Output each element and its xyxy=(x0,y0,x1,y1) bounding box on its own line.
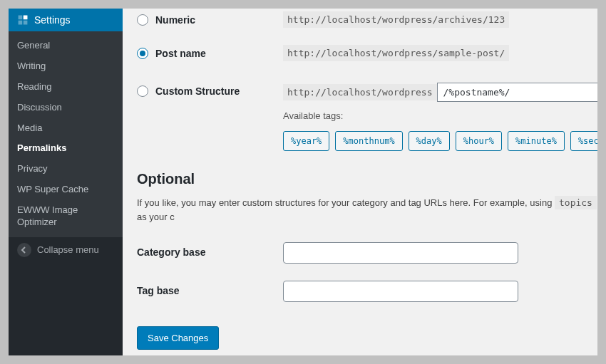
sidebar-item-privacy[interactable]: Privacy xyxy=(9,159,123,180)
settings-icon xyxy=(17,14,29,26)
tag-base-input[interactable] xyxy=(283,281,518,302)
tag-base-label: Tag base xyxy=(137,281,283,296)
permalink-option-postname: Post name http://localhost/wordpress/sam… xyxy=(137,45,597,61)
radio-custom[interactable] xyxy=(137,85,148,97)
tag-year[interactable]: %year% xyxy=(283,131,329,151)
available-tags: %year% %monthnum% %day% %hour% %minute% … xyxy=(283,131,597,151)
collapse-menu-button[interactable]: Collapse menu xyxy=(9,237,123,263)
tag-monthnum[interactable]: %monthnum% xyxy=(335,131,402,151)
radio-custom-label: Custom Structure xyxy=(155,85,240,97)
radio-postname[interactable] xyxy=(137,48,148,59)
optional-description: If you like, you may enter custom struct… xyxy=(137,196,597,224)
tag-base-row: Tag base xyxy=(137,281,597,302)
radio-numeric[interactable] xyxy=(137,14,148,26)
sidebar-item-reading[interactable]: Reading xyxy=(9,77,123,98)
radio-numeric-label: Numeric xyxy=(155,14,195,26)
custom-structure-input[interactable] xyxy=(437,83,598,102)
tag-day[interactable]: %day% xyxy=(409,131,450,151)
optional-heading: Optional xyxy=(137,171,597,187)
radio-postname-label: Post name xyxy=(155,48,206,59)
sidebar-item-general[interactable]: General xyxy=(9,36,123,56)
sidebar-heading-label: Settings xyxy=(34,14,71,26)
collapse-label: Collapse menu xyxy=(37,244,99,255)
postname-example: http://localhost/wordpress/sample-post/ xyxy=(283,45,509,61)
category-base-label: Category base xyxy=(137,242,283,258)
sidebar-item-wp-super-cache[interactable]: WP Super Cache xyxy=(9,180,123,200)
content-area: Numeric http://localhost/wordpress/archi… xyxy=(123,9,597,355)
category-base-input[interactable] xyxy=(283,242,518,264)
sidebar-item-permalinks[interactable]: Permalinks xyxy=(9,138,123,159)
sidebar-item-writing[interactable]: Writing xyxy=(9,56,123,77)
example-code: topics xyxy=(555,196,597,209)
sidebar-item-media[interactable]: Media xyxy=(9,118,123,139)
tag-hour[interactable]: %hour% xyxy=(456,131,502,151)
available-tags-label: Available tags: xyxy=(283,110,597,121)
permalink-option-numeric: Numeric http://localhost/wordpress/archi… xyxy=(137,11,597,28)
admin-sidebar: Settings General Writing Reading Discuss… xyxy=(9,9,123,355)
numeric-example: http://localhost/wordpress/archives/123 xyxy=(283,11,509,28)
tag-second[interactable]: %second% xyxy=(570,131,597,151)
sidebar-item-discussion[interactable]: Discussion xyxy=(9,98,123,118)
collapse-icon xyxy=(17,243,31,257)
tag-minute[interactable]: %minute% xyxy=(508,131,565,151)
save-button[interactable]: Save Changes xyxy=(137,326,219,350)
sidebar-item-ewww[interactable]: EWWW Image Optimizer xyxy=(9,200,123,233)
category-base-row: Category base xyxy=(137,242,597,264)
sidebar-heading-settings[interactable]: Settings xyxy=(9,9,123,31)
custom-prefix: http://localhost/wordpress xyxy=(283,84,437,100)
permalink-option-custom: Custom Structure http://localhost/wordpr… xyxy=(137,83,597,151)
